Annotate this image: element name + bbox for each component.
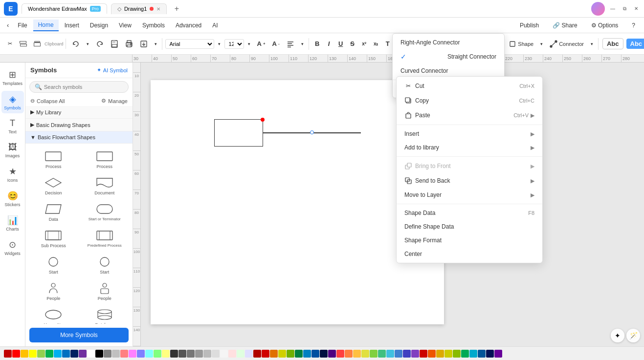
sidebar-icon-text[interactable]: TText xyxy=(1,115,24,137)
undo-dropdown[interactable]: ▾ xyxy=(84,40,92,48)
add-tab-button[interactable]: + xyxy=(171,3,182,15)
color-swatch[interactable] xyxy=(386,350,394,358)
close-tab-icon[interactable]: ✕ xyxy=(156,6,160,12)
ai-symbol-button[interactable]: ✦ AI Symbol xyxy=(97,67,128,73)
sidebar-icon-symbols[interactable]: ◈Symbols xyxy=(1,91,24,113)
shape-start-2[interactable]: Start xyxy=(80,252,130,277)
color-swatch[interactable] xyxy=(469,350,477,358)
back-button[interactable]: ‹ xyxy=(4,20,12,31)
shape-button[interactable]: Shape xyxy=(506,38,536,50)
color-swatch[interactable] xyxy=(37,350,45,358)
more-symbols-button[interactable]: More Symbols xyxy=(29,328,129,342)
right-angle-connector-item[interactable]: Right-Angle Connector xyxy=(393,36,504,49)
color-swatch[interactable] xyxy=(137,350,145,358)
color-swatch[interactable] xyxy=(361,350,369,358)
color-swatch[interactable] xyxy=(428,350,436,358)
shape-process-2[interactable]: Process xyxy=(80,147,130,172)
strikethrough-button[interactable]: S xyxy=(347,39,358,49)
color-swatch[interactable] xyxy=(79,350,87,358)
app-tab-edrawmax[interactable]: Wondershare EdrawMax Pro xyxy=(22,3,107,14)
ctx-center-item[interactable]: Center xyxy=(397,247,542,261)
color-swatch[interactable] xyxy=(170,350,178,358)
save-button[interactable] xyxy=(108,38,121,50)
color-swatch[interactable] xyxy=(336,350,344,358)
ctx-paste-item[interactable]: Paste Ctrl+V ▶ xyxy=(397,108,542,123)
shape-connector-line[interactable] xyxy=(263,132,361,133)
sidebar-icon-stickers[interactable]: 😊Stickers xyxy=(1,188,24,210)
italic-button[interactable]: I xyxy=(324,39,334,49)
menu-publish[interactable]: Publish xyxy=(515,20,544,31)
redo-button[interactable] xyxy=(93,38,107,50)
cut-button[interactable]: ✂ xyxy=(5,39,15,49)
color-swatch[interactable] xyxy=(212,350,220,358)
connector-dropdown[interactable]: ▾ xyxy=(588,40,596,48)
menu-symbols[interactable]: Symbols xyxy=(137,20,170,31)
color-swatch[interactable] xyxy=(420,350,427,358)
color-swatch[interactable] xyxy=(70,350,78,358)
sparkle-button[interactable]: ✦ xyxy=(611,329,624,342)
color-swatch[interactable] xyxy=(303,350,311,358)
ctx-insert-item[interactable]: Insert ▶ xyxy=(397,127,542,141)
color-swatch[interactable] xyxy=(245,350,253,358)
connector-midpoint-handle[interactable] xyxy=(310,130,314,134)
menu-design[interactable]: Design xyxy=(85,20,113,31)
font-size-select[interactable]: 12 xyxy=(224,39,244,49)
color-swatch[interactable] xyxy=(104,350,111,358)
export-button[interactable] xyxy=(137,38,151,50)
color-swatch[interactable] xyxy=(311,350,319,358)
underline-button[interactable]: U xyxy=(335,39,346,49)
color-swatch[interactable] xyxy=(21,350,28,358)
drawing-tab[interactable]: ◇ Drawing1 ✕ xyxy=(111,3,167,14)
color-swatch[interactable] xyxy=(129,350,136,358)
subscript-button[interactable]: x₂ xyxy=(371,39,381,49)
close-button[interactable]: ✕ xyxy=(632,5,640,13)
print-button[interactable] xyxy=(122,38,136,50)
color-swatch[interactable] xyxy=(403,350,411,358)
color-swatch[interactable] xyxy=(112,350,120,358)
search-box[interactable]: 🔍 xyxy=(29,81,129,93)
bold-button[interactable]: B xyxy=(312,39,323,49)
color-swatch[interactable] xyxy=(62,350,70,358)
more-button[interactable]: ▾ xyxy=(152,40,160,48)
style-box-1[interactable]: Abc xyxy=(602,38,623,49)
color-swatch[interactable] xyxy=(345,350,353,358)
grow-font-button[interactable]: A+ xyxy=(254,38,268,49)
font-expand-button[interactable]: ▾ xyxy=(215,40,223,48)
superscript-button[interactable]: x² xyxy=(359,39,370,49)
menu-advanced[interactable]: Advanced xyxy=(171,20,206,31)
manage-button[interactable]: ⚙ Manage xyxy=(101,98,128,104)
basic-drawing-section[interactable]: ▶ Basic Drawing Shapes xyxy=(25,119,133,131)
color-swatch[interactable] xyxy=(411,350,419,358)
ctx-add-library-item[interactable]: Add to library ▶ xyxy=(397,141,542,154)
color-swatch[interactable] xyxy=(203,350,211,358)
color-swatch[interactable] xyxy=(494,350,502,358)
color-swatch[interactable] xyxy=(154,350,161,358)
color-swatch[interactable] xyxy=(453,350,461,358)
shape-start-1[interactable]: Start xyxy=(28,252,79,277)
color-swatch[interactable] xyxy=(295,350,303,358)
shape-decision[interactable]: Decision xyxy=(28,173,79,198)
my-library-section[interactable]: ▶ My Library xyxy=(25,106,133,119)
shape-rectangle[interactable] xyxy=(214,119,263,147)
color-swatch[interactable] xyxy=(395,350,402,358)
color-swatch[interactable] xyxy=(287,350,294,358)
menu-options[interactable]: ⚙ Options xyxy=(586,20,623,31)
menu-insert[interactable]: Insert xyxy=(60,20,84,31)
sidebar-icon-widgets[interactable]: ⊙Widgets xyxy=(1,236,24,259)
ctx-move-layer-item[interactable]: Move to Layer ▶ xyxy=(397,188,542,202)
color-swatch[interactable] xyxy=(478,350,486,358)
color-swatch[interactable] xyxy=(270,350,278,358)
undo-button[interactable] xyxy=(69,38,83,50)
menu-home[interactable]: Home xyxy=(33,20,59,31)
user-avatar[interactable] xyxy=(591,2,605,16)
menu-help[interactable]: ? xyxy=(627,20,640,31)
shape-document[interactable]: Document xyxy=(80,173,130,198)
style-box-2[interactable]: Abc xyxy=(626,39,644,49)
color-swatch[interactable] xyxy=(12,350,20,358)
color-swatch[interactable] xyxy=(353,350,361,358)
menu-file[interactable]: File xyxy=(13,20,32,31)
color-swatch[interactable] xyxy=(461,350,469,358)
color-swatch[interactable] xyxy=(253,350,261,358)
ctx-send-back-item[interactable]: Send to Back ▶ xyxy=(397,173,542,188)
shape-data[interactable]: Data xyxy=(28,199,79,225)
